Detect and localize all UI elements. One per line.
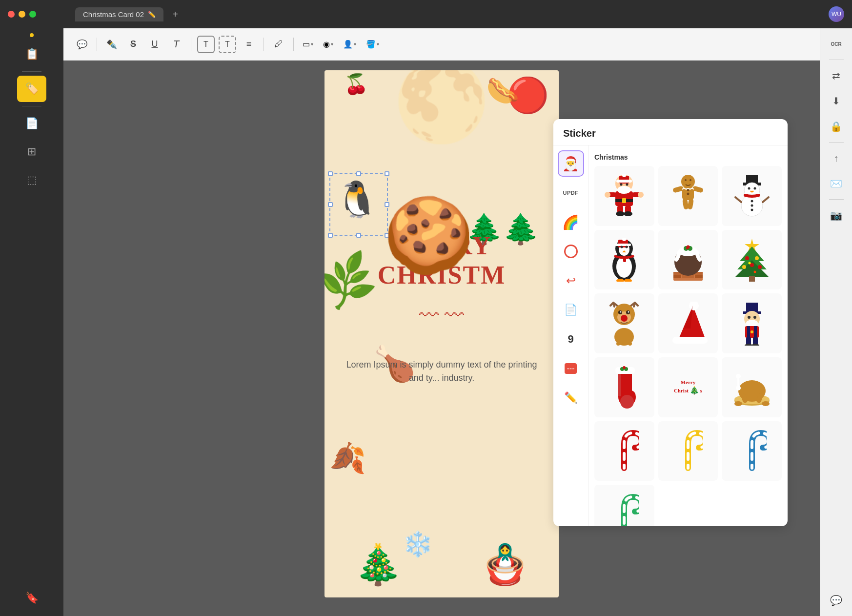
svg-point-82 xyxy=(620,311,622,312)
sticker-categories: 🎅 UPDF 🌈 ↩ 📄 xyxy=(553,145,588,526)
svg-rect-47 xyxy=(615,244,631,246)
sidebar-item-document[interactable]: 📋 xyxy=(17,41,46,67)
list-button[interactable]: ≡ xyxy=(240,36,258,53)
svg-rect-90 xyxy=(672,337,708,344)
right-sidebar-divider-3 xyxy=(829,199,844,200)
svg-point-106 xyxy=(745,344,752,346)
sticker-turkey[interactable] xyxy=(722,357,782,417)
handle-top-mid[interactable] xyxy=(356,171,361,176)
lock-button[interactable]: 🔒 xyxy=(826,116,847,137)
strikethrough-button[interactable]: S xyxy=(124,36,142,53)
add-tab-button[interactable]: + xyxy=(168,7,182,21)
svg-point-118 xyxy=(734,401,742,406)
sticker-gingerbread[interactable] xyxy=(658,166,718,226)
category-updf[interactable]: UPDF xyxy=(558,180,584,206)
sticker-reindeer[interactable] xyxy=(594,293,654,353)
snapshot-button[interactable]: 📷 xyxy=(826,205,847,226)
sticker-santa[interactable] xyxy=(594,166,654,226)
svg-point-49 xyxy=(621,246,623,248)
lorem-text: Lorem Ipsum is simply dummy text of the … xyxy=(339,358,544,385)
share-button[interactable]: ↑ xyxy=(826,147,847,169)
sticker-stocking[interactable] xyxy=(594,357,654,417)
svg-point-91 xyxy=(689,302,699,310)
svg-point-77 xyxy=(753,271,756,273)
ocr-button[interactable]: OCR xyxy=(826,33,847,55)
handle-top-right[interactable] xyxy=(385,171,389,176)
comment-sidebar-button[interactable]: 💬 xyxy=(826,590,847,611)
category-labels[interactable]: --- xyxy=(558,355,584,382)
christmas-card[interactable]: 🌕 🔴 🌭 🍒 🍪 🌲🌲🌲 MERRY CHRISTM 〰 〰 🌿 🍂 🍗 Lo… xyxy=(325,70,559,597)
sidebar-item-layout[interactable]: ⊞ xyxy=(17,139,46,165)
email-button[interactable]: ✉️ xyxy=(826,173,847,194)
sticker-snowman[interactable] xyxy=(722,166,782,226)
sidebar-item-bookmark[interactable]: 🔖 xyxy=(17,585,46,611)
svg-point-39 xyxy=(751,209,753,211)
sticker-penguin[interactable] xyxy=(594,230,654,290)
category-christmas[interactable]: 🎅 xyxy=(558,150,584,177)
numbers-cat-icon: 9 xyxy=(568,333,573,346)
underline-button[interactable]: U xyxy=(146,36,163,53)
sticker-grid: Christmas xyxy=(588,145,788,526)
sticker-merry-christmas-text[interactable]: Merry Christ🎄s xyxy=(658,357,718,417)
category-paper[interactable]: 📄 xyxy=(558,297,584,323)
handle-bottom-left[interactable] xyxy=(328,233,333,238)
bucket-button[interactable]: 🪣 ▾ xyxy=(363,38,382,51)
layers-icon: ⬚ xyxy=(27,174,37,186)
sticker-candy-cane-yellow[interactable] xyxy=(658,421,718,481)
sticker-christmas-tree[interactable] xyxy=(722,230,782,290)
svg-point-6 xyxy=(616,211,625,216)
title-bar-right: WU xyxy=(829,6,844,22)
convert-button[interactable]: ⇄ xyxy=(826,65,847,86)
comment-button[interactable]: 💬 xyxy=(73,36,91,53)
text-button[interactable]: T xyxy=(167,36,185,53)
category-emoji[interactable]: 🌈 xyxy=(558,209,584,235)
category-arrows[interactable]: ↩ xyxy=(558,267,584,294)
textbox2-button[interactable]: T xyxy=(219,36,236,53)
sticker-santa-hat[interactable] xyxy=(658,293,718,353)
edit-title-icon[interactable]: ✏️ xyxy=(148,11,156,18)
svg-point-108 xyxy=(620,395,634,409)
sticker-candy-cane-blue[interactable] xyxy=(722,421,782,481)
svg-point-96 xyxy=(748,316,751,319)
penguin-selection[interactable]: 🐧 xyxy=(329,173,388,236)
bucket-icon: 🪣 xyxy=(366,40,376,49)
handle-mid-left[interactable] xyxy=(328,202,333,207)
close-button[interactable] xyxy=(8,11,15,18)
svg-rect-87 xyxy=(622,342,626,346)
svg-point-7 xyxy=(624,211,632,216)
person-button[interactable]: 👤 ▾ xyxy=(340,38,359,51)
penguin-sticker: 🐧 xyxy=(335,179,379,220)
shape-button[interactable]: ◉ ▾ xyxy=(320,38,336,51)
sidebar-item-template[interactable]: 📄 xyxy=(17,110,46,137)
category-numbers[interactable]: 9 xyxy=(558,326,584,352)
stamp-button[interactable]: 🖊 xyxy=(270,36,287,53)
fill-button[interactable]: ▭ ▾ xyxy=(300,38,316,51)
handle-top-left[interactable] xyxy=(328,171,333,176)
maximize-button[interactable] xyxy=(29,11,36,18)
user-avatar[interactable]: WU xyxy=(829,6,844,22)
template-icon: 📄 xyxy=(25,117,39,130)
sidebar-item-sticker[interactable]: 🏷️ xyxy=(17,76,46,102)
arrows-cat-icon: ↩ xyxy=(566,274,576,287)
textbox-button[interactable]: T xyxy=(197,36,215,53)
svg-line-41 xyxy=(763,197,769,202)
document-tab[interactable]: Christmas Card 02 ✏️ xyxy=(75,7,163,21)
download-button[interactable]: ⬇ xyxy=(826,90,847,112)
sticker-christmas-pudding[interactable] xyxy=(658,230,718,290)
svg-point-103 xyxy=(751,330,753,333)
svg-point-50 xyxy=(626,246,628,248)
svg-point-16 xyxy=(605,192,610,198)
sidebar-item-layers[interactable]: ⬚ xyxy=(17,167,46,193)
svg-point-72 xyxy=(755,256,759,260)
category-shapes[interactable] xyxy=(558,238,584,265)
minimize-button[interactable] xyxy=(19,11,25,18)
pen-button[interactable]: ✒️ xyxy=(103,36,121,53)
sticker-candy-cane-red[interactable] xyxy=(594,421,654,481)
handle-bottom-mid[interactable] xyxy=(356,233,361,238)
sticker-candy-cane-green[interactable] xyxy=(594,485,654,526)
bookmark-icon: 🔖 xyxy=(25,592,39,604)
sticker-panel-header: Sticker xyxy=(553,119,788,145)
sticker-nutcracker[interactable] xyxy=(722,293,782,353)
sidebar-divider-1 xyxy=(22,71,41,72)
category-pencil[interactable]: ✏️ xyxy=(558,385,584,411)
